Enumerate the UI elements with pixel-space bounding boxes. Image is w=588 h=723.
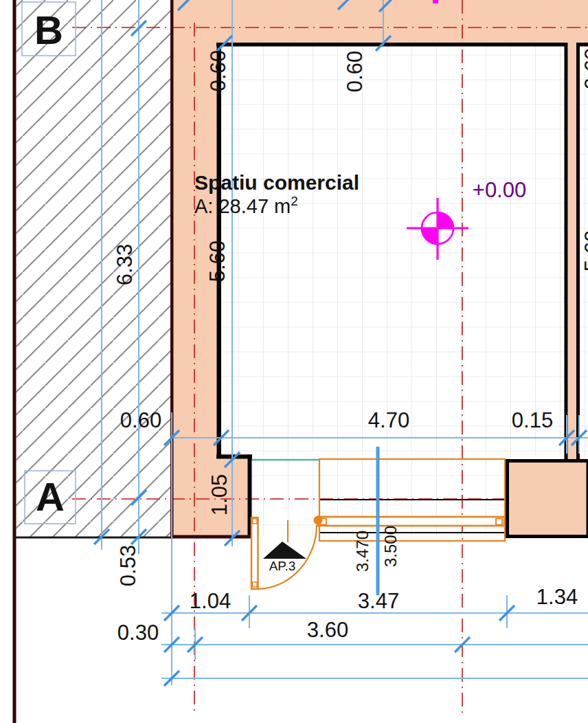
dim-partition: 0.15 xyxy=(512,410,553,431)
door-leaf xyxy=(251,518,258,589)
dim-row1-1: 1.04 xyxy=(190,590,231,612)
dim-row2-2: 3.60 xyxy=(307,619,348,641)
room-area: A: 28.47 m2 xyxy=(194,194,298,216)
dim-window-width: 3.470 xyxy=(354,531,371,572)
door-label: AP.3 xyxy=(269,559,296,572)
dim-room-width: 4.70 xyxy=(368,410,409,431)
dim-row1-3: 1.34 xyxy=(536,586,578,608)
window-end-right xyxy=(496,519,502,525)
axis-marker-a: A xyxy=(36,477,65,517)
dim-row2-1: 0.30 xyxy=(117,622,159,643)
dim-pier-height: 1.05 xyxy=(209,474,230,515)
window-bar xyxy=(318,517,504,526)
dim-offset-below: 0.53 xyxy=(117,545,139,586)
hatched-existing-zone xyxy=(16,0,172,537)
room-area-sup: 2 xyxy=(291,194,298,208)
room-area-value: A: 28.47 m xyxy=(194,195,291,217)
dim-edge-partial-1: 0.60 xyxy=(582,48,588,89)
dim-wall-left: 0.60 xyxy=(120,410,161,431)
dim-top-wall-2: 0.60 xyxy=(344,51,365,92)
dim-room-height: 5.60 xyxy=(207,241,228,282)
dim-row1-2: 3.47 xyxy=(358,590,399,612)
dim-window-axis: 3.500 xyxy=(383,526,399,567)
entrance-triangle-icon xyxy=(263,542,306,559)
wall-gap xyxy=(568,41,577,47)
axis-marker-b: B xyxy=(34,10,63,50)
room-name: Spatiu comercial xyxy=(194,173,359,193)
dim-left-height: 6.33 xyxy=(114,244,135,285)
floor-plan-canvas: B A Spatiu comercial A: 28.47 m2 +0.00 0… xyxy=(0,0,588,723)
door-hinge-dot xyxy=(314,516,323,525)
dim-edge-partial-2: 5.60 xyxy=(582,230,588,271)
dim-top-wall-1: 0.60 xyxy=(207,50,229,91)
level-marker-text: +0.00 xyxy=(473,179,526,201)
plan-linework xyxy=(0,0,588,723)
